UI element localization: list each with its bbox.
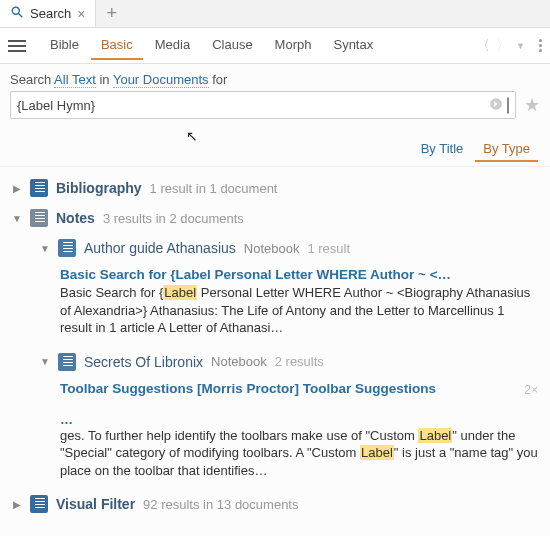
search-input[interactable] [17, 98, 485, 113]
result-count: 2× [524, 383, 538, 397]
notebook-meta: 2 results [275, 354, 324, 369]
toolbar: Bible Basic Media Clause Morph Syntax 〈 … [0, 28, 550, 64]
kebab-menu-icon[interactable] [539, 39, 542, 52]
category-meta: 92 results in 13 documents [143, 497, 298, 512]
category-bibliography[interactable]: ▶ Bibliography 1 result in 1 document [12, 173, 538, 203]
highlight: Label [163, 285, 197, 300]
filter-icon [30, 495, 48, 513]
tab-by-title[interactable]: By Title [413, 137, 472, 162]
notebook-libronix[interactable]: ▼ Secrets Of Libronix Notebook 2 results [40, 347, 538, 377]
keyboard-icon[interactable] [507, 98, 509, 113]
result-title[interactable]: Basic Search for {Label Personal Letter … [60, 267, 538, 282]
notebook-title: Secrets Of Libronix [84, 354, 203, 370]
notebook-athanasius[interactable]: ▼ Author guide Athanasius Notebook 1 res… [40, 233, 538, 263]
category-meta: 1 result in 1 document [150, 181, 278, 196]
category-title: Visual Filter [56, 496, 135, 512]
scope-documents[interactable]: Your Documents [113, 72, 209, 88]
category-visual-filter[interactable]: ▶ Visual Filter 92 results in 13 documen… [12, 489, 538, 519]
chevron-down-icon[interactable]: ▼ [40, 356, 50, 367]
search-modes: Bible Basic Media Clause Morph Syntax [40, 31, 383, 60]
nav-back-icon[interactable]: 〈 [476, 37, 490, 55]
add-tab-button[interactable]: + [96, 3, 127, 24]
notebook-meta: 1 result [307, 241, 350, 256]
notes-icon [30, 209, 48, 227]
go-icon[interactable] [489, 97, 503, 114]
mode-basic[interactable]: Basic [91, 31, 143, 60]
mode-clause[interactable]: Clause [202, 31, 262, 60]
result-snippet: ges. To further help identify the toolba… [60, 427, 538, 480]
chevron-right-icon[interactable]: ▶ [12, 499, 22, 510]
search-row: ★ [0, 91, 550, 129]
highlight: Label [360, 445, 394, 460]
result-title[interactable]: Toolbar Suggestions [Morris Proctor] Too… [60, 381, 538, 396]
window-tabbar: Search × + [0, 0, 550, 28]
tab-search[interactable]: Search × [0, 0, 96, 27]
notebook-kind: Notebook [211, 354, 267, 369]
document-icon [30, 179, 48, 197]
chevron-right-icon[interactable]: ▶ [12, 183, 22, 194]
notebook-title: Author guide Athanasius [84, 240, 236, 256]
search-word: Search [10, 72, 51, 87]
nav-dropdown-icon[interactable]: ▼ [516, 41, 525, 51]
mode-media[interactable]: Media [145, 31, 200, 60]
category-meta: 3 results in 2 documents [103, 211, 244, 226]
nav-arrows: 〈 〉 ▼ [476, 37, 525, 55]
svg-line-1 [19, 14, 23, 18]
mode-bible[interactable]: Bible [40, 31, 89, 60]
category-title: Bibliography [56, 180, 142, 196]
mode-syntax[interactable]: Syntax [323, 31, 383, 60]
ellipsis: … [60, 412, 538, 427]
tab-label: Search [30, 6, 71, 21]
search-icon [10, 5, 24, 22]
highlight: Label [418, 428, 452, 443]
mode-morph[interactable]: Morph [265, 31, 322, 60]
result-snippet: Basic Search for {Label Personal Letter … [60, 284, 538, 337]
result-item[interactable]: Basic Search for {Label Personal Letter … [60, 267, 538, 337]
menu-icon[interactable] [8, 37, 26, 55]
category-title: Notes [56, 210, 95, 226]
chevron-down-icon[interactable]: ▼ [40, 243, 50, 254]
result-item[interactable]: 2× Toolbar Suggestions [Morris Proctor] … [60, 381, 538, 480]
favorite-icon[interactable]: ★ [524, 94, 540, 116]
search-scope-line: Search All Text in Your Documents for [0, 64, 550, 91]
notebook-icon [58, 353, 76, 371]
category-notes[interactable]: ▼ Notes 3 results in 2 documents [12, 203, 538, 233]
chevron-down-icon[interactable]: ▼ [12, 213, 22, 224]
results-pane: ▶ Bibliography 1 result in 1 document ▼ … [0, 167, 550, 531]
nav-forward-icon[interactable]: 〉 [496, 37, 510, 55]
tab-by-type[interactable]: By Type [475, 137, 538, 162]
result-view-tabs: By Title By Type [0, 129, 550, 167]
svg-point-0 [12, 7, 19, 14]
search-box [10, 91, 516, 119]
close-icon[interactable]: × [77, 7, 85, 21]
notebook-icon [58, 239, 76, 257]
scope-all-text[interactable]: All Text [54, 72, 96, 88]
notebook-kind: Notebook [244, 241, 300, 256]
